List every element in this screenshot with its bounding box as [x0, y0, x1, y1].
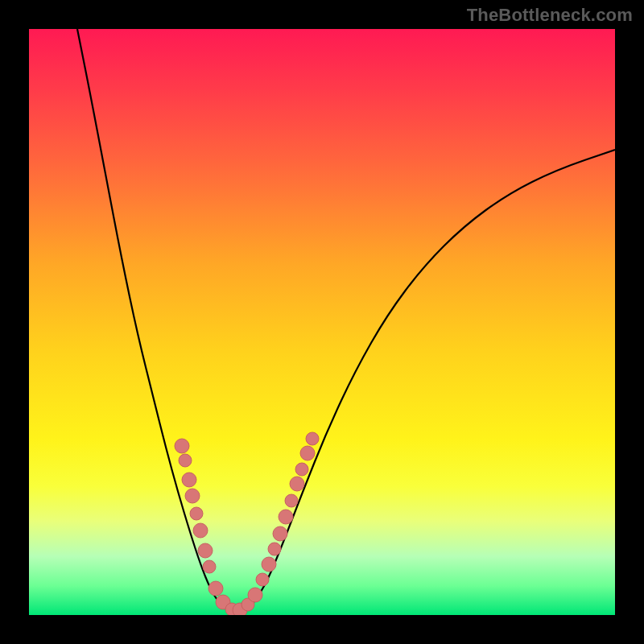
data-marker: [198, 543, 213, 558]
data-marker: [300, 446, 315, 460]
data-marker: [256, 573, 269, 586]
data-marker: [273, 526, 287, 541]
data-marker: [279, 510, 293, 524]
chart-plot-area: [29, 29, 615, 615]
watermark-text: TheBottleneck.com: [467, 5, 633, 26]
curve-right-branch: [237, 150, 615, 614]
data-marker: [179, 454, 192, 467]
curve-left-branch: [77, 29, 237, 614]
data-marker: [268, 543, 281, 555]
data-marker: [208, 581, 223, 596]
marker-group: [175, 432, 319, 615]
data-marker: [175, 439, 189, 453]
chart-frame: TheBottleneck.com: [0, 0, 644, 644]
data-marker: [182, 473, 196, 487]
data-marker: [285, 494, 298, 507]
data-marker: [248, 588, 262, 602]
data-marker: [306, 432, 319, 445]
data-marker: [193, 523, 208, 538]
data-marker: [262, 557, 276, 572]
data-marker: [185, 489, 200, 503]
data-marker: [295, 463, 308, 476]
data-marker: [190, 507, 203, 520]
data-marker: [290, 477, 304, 491]
chart-svg: [29, 29, 615, 615]
data-marker: [203, 560, 216, 573]
